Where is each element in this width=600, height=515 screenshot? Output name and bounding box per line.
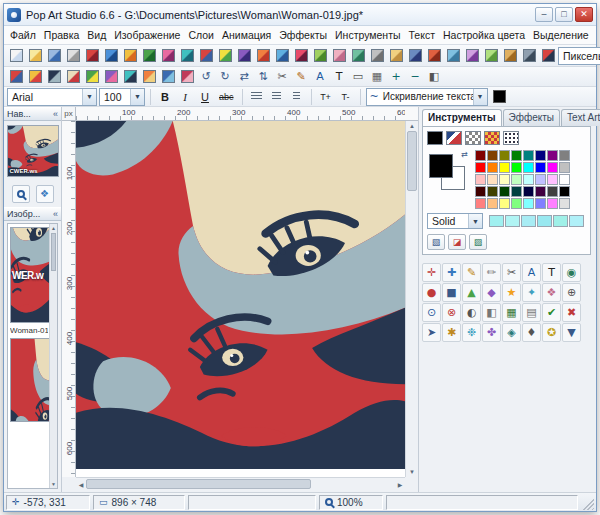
shield-tool-button[interactable]: ❖ <box>36 185 54 203</box>
toolbar-icon-button[interactable]: ✂ <box>273 68 291 86</box>
tool-button[interactable]: ⊙ <box>422 303 441 322</box>
maximize-button[interactable]: □ <box>555 7 573 22</box>
tool-button[interactable]: ✱ <box>442 323 461 342</box>
palette-swatch[interactable] <box>475 162 486 173</box>
tool-button[interactable]: ✖ <box>562 303 581 322</box>
tool-button[interactable]: ▼ <box>562 323 581 342</box>
palette-swatch[interactable] <box>547 150 558 161</box>
palette-swatch[interactable] <box>523 174 534 185</box>
palette-swatch[interactable] <box>487 162 498 173</box>
toolbar-icon-button[interactable]: ↺ <box>197 68 215 86</box>
palette-swatch[interactable] <box>487 186 498 197</box>
pattern-button[interactable]: ▧ <box>427 234 445 250</box>
palette-swatch[interactable] <box>499 162 510 173</box>
menu-item-12[interactable]: Справка <box>593 27 596 43</box>
tool-button[interactable]: ■ <box>442 283 461 302</box>
toolbar-icon-button[interactable] <box>64 47 82 65</box>
tool-button[interactable]: ▦ <box>502 303 521 322</box>
fill-style-pattern2-button[interactable] <box>484 131 500 145</box>
collapse-icon[interactable]: « <box>53 209 58 219</box>
toolbar-icon-button[interactable] <box>83 47 101 65</box>
toolbar-icon-button[interactable] <box>102 68 120 86</box>
toolbar-icon-button[interactable]: T <box>330 68 348 86</box>
toolbar-icon-button[interactable]: + <box>387 68 405 86</box>
palette-swatch[interactable] <box>535 186 546 197</box>
scroll-up-arrow[interactable]: ▲ <box>50 224 57 232</box>
scrollbar-thumb[interactable] <box>86 479 311 489</box>
toolbar-icon-button[interactable] <box>463 47 481 65</box>
canvas-viewport[interactable] <box>76 121 405 477</box>
palette-swatch[interactable] <box>547 186 558 197</box>
toolbar-icon-button[interactable]: ◧ <box>425 68 443 86</box>
zoom-tool-button[interactable] <box>12 185 30 203</box>
toolbar-icon-button[interactable] <box>387 47 405 65</box>
fill-style-gradient-button[interactable] <box>446 131 462 145</box>
palette-swatch[interactable] <box>475 174 486 185</box>
toolbar-icon-button[interactable]: ↻ <box>216 68 234 86</box>
tool-button[interactable]: ★ <box>502 283 521 302</box>
toolbar-icon-button[interactable]: ⇅ <box>254 68 272 86</box>
images-header[interactable]: Изобр... « <box>4 207 61 221</box>
toolbar-icon-button[interactable] <box>254 47 272 65</box>
strikethrough-button[interactable]: abc <box>216 88 237 106</box>
toolbar-icon-button[interactable] <box>273 47 291 65</box>
toolbar-icon-button[interactable] <box>83 68 101 86</box>
palette-swatch[interactable] <box>499 198 510 209</box>
toolbar-icon-button[interactable] <box>178 68 196 86</box>
palette-swatch[interactable] <box>487 198 498 209</box>
swap-colors-icon[interactable]: ⇄ <box>461 150 468 159</box>
toolbar-icon-button[interactable] <box>216 47 234 65</box>
toolbar-icon-button[interactable] <box>520 47 538 65</box>
palette-swatch[interactable] <box>511 198 522 209</box>
custom-color-swatch[interactable] <box>489 215 504 227</box>
toolbar-icon-button[interactable] <box>330 47 348 65</box>
align-center-button[interactable] <box>268 88 286 106</box>
custom-color-swatch[interactable] <box>569 215 584 227</box>
tool-button[interactable]: ▲ <box>462 283 481 302</box>
toolbar-icon-button[interactable] <box>425 47 443 65</box>
toolbar-icon-button[interactable] <box>482 47 500 65</box>
menu-item-11[interactable]: Выделение <box>529 27 593 43</box>
palette-swatch[interactable] <box>547 198 558 209</box>
palette-swatch[interactable] <box>523 186 534 197</box>
align-right-button[interactable] <box>288 88 306 106</box>
toolbar-icon-button[interactable] <box>178 47 196 65</box>
tool-button[interactable]: ✔ <box>542 303 561 322</box>
tool-button[interactable]: ◐ <box>462 303 481 322</box>
toolbar-icon-button[interactable] <box>349 47 367 65</box>
tool-button[interactable]: ⊗ <box>442 303 461 322</box>
tool-button[interactable]: ▤ <box>522 303 541 322</box>
palette-swatch[interactable] <box>547 174 558 185</box>
toolbar-icon-button[interactable] <box>197 47 215 65</box>
palette-swatch[interactable] <box>559 162 570 173</box>
menu-item-2[interactable]: Правка <box>40 27 83 43</box>
italic-button[interactable]: I <box>176 88 194 106</box>
vertical-scrollbar[interactable]: ▲ ▼ <box>405 121 418 477</box>
palette-swatch[interactable] <box>499 186 510 197</box>
fill-style-pattern-button[interactable] <box>465 131 481 145</box>
palette-swatch[interactable] <box>523 162 534 173</box>
custom-color-swatch[interactable] <box>537 215 552 227</box>
menu-item-6[interactable]: Анимация <box>218 27 275 43</box>
underline-button[interactable]: U <box>196 88 214 106</box>
bold-button[interactable]: B <box>156 88 174 106</box>
fill-type-combo[interactable]: Solid ▼ <box>427 213 483 229</box>
toolbar-icon-button[interactable] <box>444 47 462 65</box>
scrollbar-thumb[interactable] <box>51 233 56 271</box>
navigation-header[interactable]: Нав... « <box>4 107 61 121</box>
image-thumbnail[interactable]: WER.w <box>10 227 54 323</box>
fill-style-solid-button[interactable] <box>427 131 443 145</box>
toolbar-icon-button[interactable] <box>539 47 557 65</box>
toolbar-icon-button[interactable]: A <box>311 68 329 86</box>
palette-swatch[interactable] <box>511 186 522 197</box>
image-list-scrollbar[interactable]: ▲ ▼ <box>49 224 57 488</box>
palette-swatch[interactable] <box>487 150 498 161</box>
menu-item-8[interactable]: Инструменты <box>331 27 404 43</box>
palette-swatch[interactable] <box>559 198 570 209</box>
palette-swatch[interactable] <box>559 186 570 197</box>
toolbar-icon-button[interactable] <box>7 47 25 65</box>
collapse-icon[interactable]: « <box>53 109 58 119</box>
toolbar-icon-button[interactable] <box>368 47 386 65</box>
menu-item-5[interactable]: Слои <box>184 27 218 43</box>
palette-swatch[interactable] <box>535 162 546 173</box>
